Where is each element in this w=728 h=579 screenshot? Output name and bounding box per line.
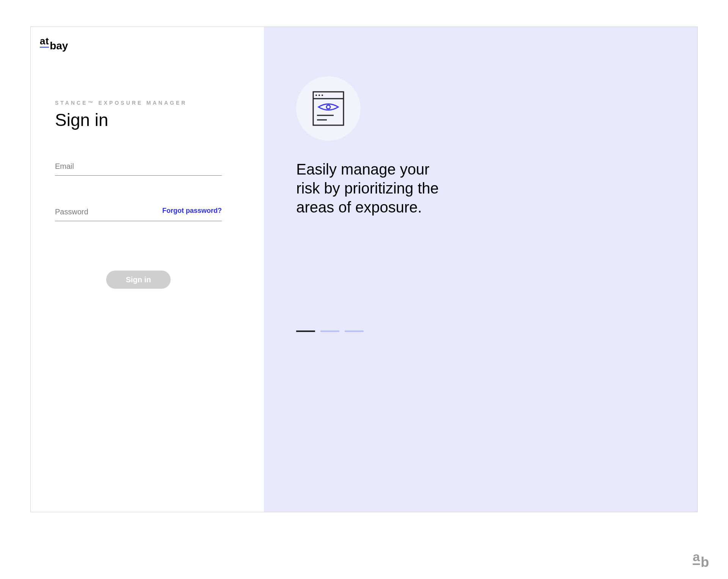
login-panel: atbay STANCE™ EXPOSURE MANAGER Sign in F… xyxy=(31,27,264,512)
logo-part-at: at xyxy=(40,35,49,47)
atbay-logo: atbay xyxy=(40,36,249,47)
watermark-part-a: a xyxy=(693,549,700,564)
signin-button[interactable]: Sign in xyxy=(106,271,171,289)
product-overline: STANCE™ EXPOSURE MANAGER xyxy=(55,100,222,106)
svg-point-3 xyxy=(318,94,320,96)
signin-form: STANCE™ EXPOSURE MANAGER Sign in Forgot … xyxy=(55,100,222,289)
svg-point-4 xyxy=(322,94,323,96)
watermark-logo: ab xyxy=(693,550,709,564)
page-title: Sign in xyxy=(55,110,222,130)
svg-point-5 xyxy=(326,105,330,109)
password-field-wrap: Forgot password? xyxy=(55,205,222,221)
promo-illustration xyxy=(296,76,361,141)
carousel-dot-3[interactable] xyxy=(345,330,364,332)
promo-headline: Easily manage your risk by prioritizing … xyxy=(296,160,455,217)
carousel-dot-1[interactable] xyxy=(296,330,315,332)
logo-part-bay: bay xyxy=(50,40,68,52)
carousel-dots xyxy=(296,330,697,332)
email-field-wrap xyxy=(55,160,222,176)
forgot-password-link[interactable]: Forgot password? xyxy=(162,207,222,215)
watermark-part-b: b xyxy=(701,554,709,570)
email-field[interactable] xyxy=(55,160,222,176)
carousel-dot-2[interactable] xyxy=(320,330,339,332)
promo-panel: Easily manage your risk by prioritizing … xyxy=(264,27,697,512)
login-window: atbay STANCE™ EXPOSURE MANAGER Sign in F… xyxy=(30,27,698,512)
svg-point-2 xyxy=(315,94,317,96)
browser-eye-icon xyxy=(312,90,345,127)
